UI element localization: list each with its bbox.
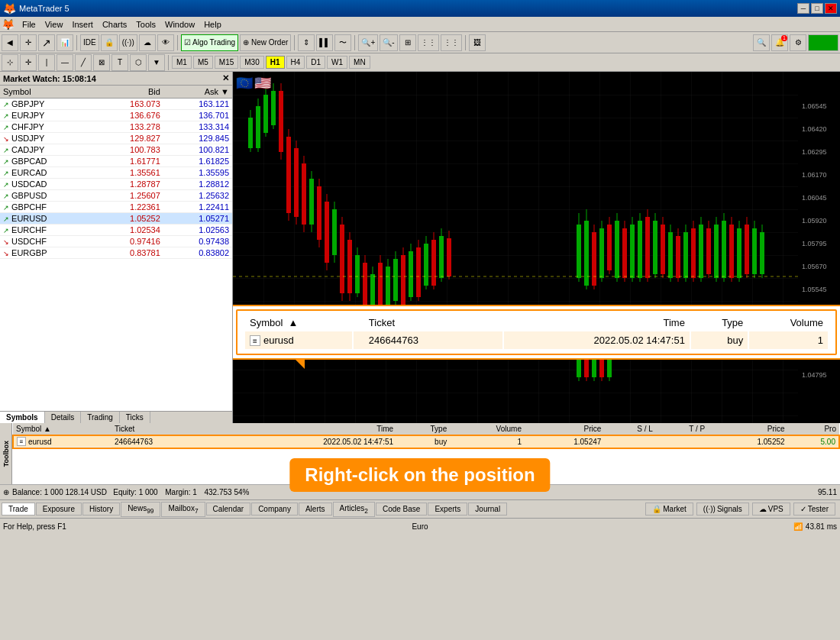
chart-area[interactable]: 🇪🇺 🇺🇸	[233, 72, 840, 423]
period-h4[interactable]: H4	[286, 56, 305, 69]
svg-rect-1	[233, 72, 798, 423]
zoom-out-btn[interactable]: 🔍-	[380, 34, 397, 51]
cloud-btn[interactable]: ☁	[139, 34, 156, 51]
tab-tester[interactable]: ✓ Tester	[793, 503, 835, 516]
svg-text:1.06545: 1.06545	[802, 102, 827, 110]
tab-company[interactable]: Company	[251, 503, 298, 516]
green-bar-btn[interactable]	[808, 34, 838, 51]
menu-charts[interactable]: Charts	[98, 18, 131, 31]
line-chart-btn[interactable]: 〜	[334, 34, 351, 51]
mw-symbol-cadjpy[interactable]: ↗ CADJPY	[0, 144, 95, 156]
tab-market[interactable]: 🔒 Market	[645, 503, 693, 516]
back-btn[interactable]: ◀	[2, 34, 18, 51]
vertical-line-tool[interactable]: |	[38, 54, 55, 71]
mw-symbol-usdcad[interactable]: ↗ USDCAD	[0, 179, 95, 190]
period-m15[interactable]: M15	[215, 56, 238, 69]
period-h1[interactable]: H1	[266, 56, 285, 69]
search-btn[interactable]: 🔍	[753, 34, 770, 51]
lock-btn[interactable]: 🔒	[101, 34, 118, 51]
menu-window[interactable]: Window	[160, 18, 199, 31]
close-button[interactable]: ✕	[825, 3, 837, 14]
tab-news[interactable]: News99	[121, 502, 160, 517]
mw-symbol-usdchf[interactable]: ↘ USDCHF	[0, 236, 95, 247]
tab-trading[interactable]: Trading	[81, 412, 120, 423]
period-d1[interactable]: D1	[306, 56, 325, 69]
mw-symbol-chfjpy[interactable]: ↗ CHFJPY	[0, 121, 95, 133]
shapes-tool[interactable]: ⬡	[130, 54, 147, 71]
tab-vps[interactable]: ☁ VPS	[752, 503, 790, 516]
mw-symbol-eurusd[interactable]: ↗ EURUSD	[0, 213, 95, 225]
tab-exposure[interactable]: Exposure	[36, 503, 82, 516]
auto-scroll-btn[interactable]: ⋮⋮	[441, 34, 462, 51]
tab-trade[interactable]: Trade	[2, 503, 35, 516]
tab-details[interactable]: Details	[45, 412, 82, 423]
tab-mailbox[interactable]: Mailbox7	[161, 502, 205, 517]
grid-btn[interactable]: ⊞	[399, 34, 416, 51]
settings-btn[interactable]: ⚙	[790, 34, 806, 51]
menu-tools[interactable]: Tools	[131, 18, 160, 31]
eye-btn[interactable]: 👁	[157, 34, 174, 51]
mw-ask-gbpusd: 1.25632	[163, 190, 232, 202]
mw-symbol-eurjpy[interactable]: ↗ EURJPY	[0, 110, 95, 121]
menu-view[interactable]: View	[40, 18, 68, 31]
menu-insert[interactable]: Insert	[67, 18, 98, 31]
cursor-tool[interactable]: ⊹	[2, 54, 18, 71]
tab-history[interactable]: History	[82, 503, 120, 516]
signal-btn[interactable]: ((·))	[119, 34, 137, 51]
minimize-button[interactable]: ─	[797, 3, 809, 14]
mw-symbol-gbpcad[interactable]: ↗ GBPCAD	[0, 156, 95, 167]
tab-journal[interactable]: Journal	[468, 503, 507, 516]
period-mn[interactable]: MN	[349, 56, 370, 69]
status-latency: 43.81 ms	[806, 522, 837, 531]
mw-symbol-usdjpy[interactable]: ↘ USDJPY	[0, 133, 95, 144]
period-m5[interactable]: M5	[193, 56, 213, 69]
horizontal-line-tool[interactable]: —	[57, 54, 73, 71]
col-filter[interactable]: ▼	[221, 87, 229, 96]
tab-alerts[interactable]: Alerts	[299, 503, 332, 516]
fib-tool[interactable]: ⊠	[93, 54, 110, 71]
tab-symbols[interactable]: Symbols	[0, 412, 45, 423]
market-watch-table: Symbol Bid Ask ▼ ↗ GBPJPY 163.073 163.12…	[0, 86, 232, 259]
chart-type-btn[interactable]: 📊	[57, 34, 73, 51]
mw-symbol-gbpusd[interactable]: ↗ GBPUSD	[0, 190, 95, 202]
cursor-btn[interactable]: ✛	[20, 34, 37, 51]
period-m30[interactable]: M30	[240, 56, 263, 69]
zoom-in-btn[interactable]: ⇕	[298, 34, 315, 51]
tooltip-ticket-val: 246644763	[354, 331, 502, 349]
mw-symbol-eurcad[interactable]: ↗ EURCAD	[0, 167, 95, 179]
mw-symbol-eurgbp[interactable]: ↘ EURGBP	[0, 247, 95, 259]
screenshot-btn[interactable]: 🖼	[469, 34, 486, 51]
period-m1[interactable]: M1	[172, 56, 192, 69]
ide-btn[interactable]: IDE	[80, 34, 99, 51]
more-tools[interactable]: ▼	[148, 54, 165, 71]
tab-codebase[interactable]: Code Base	[376, 503, 427, 516]
mw-symbol-gbpjpy[interactable]: ↗ GBPJPY	[0, 99, 95, 110]
tab-articles[interactable]: Articles2	[333, 502, 375, 517]
trade-row[interactable]: ≡ eurusd 246644763 2022.05.02 14:47:51 b…	[13, 435, 839, 448]
alert-btn[interactable]: 🔔1	[771, 34, 788, 51]
mw-symbol-eurchf[interactable]: ↗ EURCHF	[0, 225, 95, 236]
cloud-icon: ☁	[759, 505, 767, 513]
market-watch-close[interactable]: ✕	[222, 73, 229, 83]
new-order-btn[interactable]: ⊕ New Order	[240, 34, 291, 51]
tab-ticks[interactable]: Ticks	[120, 412, 150, 423]
mw-symbol-gbpchf[interactable]: ↗ GBPCHF	[0, 202, 95, 213]
maximize-button[interactable]: □	[811, 3, 823, 14]
tab-signals[interactable]: ((·)) Signals	[696, 503, 749, 516]
balance-text: Balance: 1 000 128.14 USD Equity: 1 000	[12, 488, 162, 496]
menu-icon: 🦊	[2, 18, 15, 31]
zoom-in2-btn[interactable]: 🔍+	[358, 34, 378, 51]
menu-help[interactable]: Help	[199, 18, 226, 31]
tab-experts[interactable]: Experts	[428, 503, 467, 516]
period-sep-btn[interactable]: ⋮⋮	[418, 34, 439, 51]
period-w1[interactable]: W1	[327, 56, 347, 69]
bar-chart-btn[interactable]: ▌▌	[316, 34, 333, 51]
crosshair-tool[interactable]: ✛	[20, 54, 37, 71]
menu-file[interactable]: File	[18, 18, 40, 31]
algo-trading-btn[interactable]: ☑ Algo Trading	[181, 34, 238, 51]
arrow-btn[interactable]: ↗	[38, 34, 55, 51]
tab-calendar[interactable]: Calendar	[206, 503, 251, 516]
title-bar-controls[interactable]: ─ □ ✕	[797, 3, 837, 14]
trendline-tool[interactable]: ╱	[75, 54, 92, 71]
text-tool[interactable]: T	[111, 54, 128, 71]
